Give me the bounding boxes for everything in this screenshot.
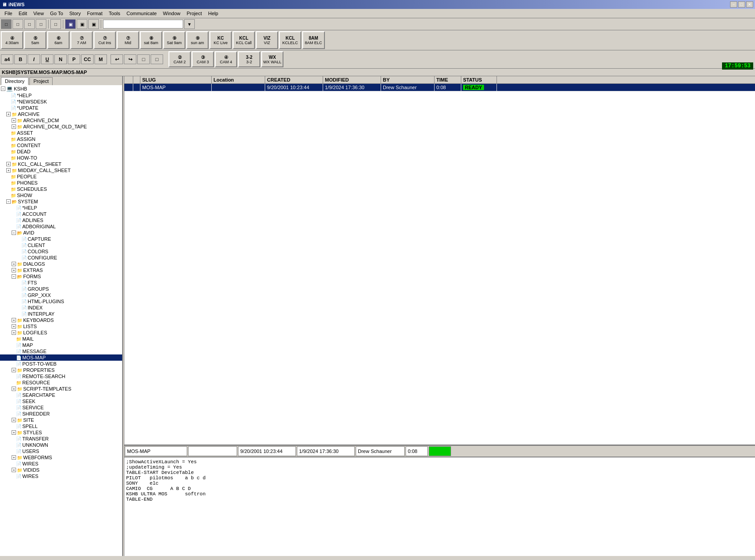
search-input[interactable] <box>103 20 183 29</box>
channel-sunam[interactable]: ⑨ sun am <box>186 31 209 49</box>
tree-item-system[interactable]: − 📂 SYSTEM <box>0 198 122 205</box>
tree-item-wires2[interactable]: 📄 WIRES <box>0 473 122 479</box>
expand-archive[interactable]: + <box>6 112 11 116</box>
tree-item-dead[interactable]: 📁 DEAD <box>0 148 122 155</box>
close-button[interactable]: ✕ <box>746 1 753 8</box>
format-m[interactable]: M <box>94 54 107 64</box>
menu-view[interactable]: View <box>31 10 47 17</box>
tree-item-newsdesk[interactable]: 📄 *NEWSDESK <box>0 99 122 105</box>
table-row[interactable]: MOS-MAP 9/20/2001 10:23:44 1/9/2024 17:3… <box>124 84 755 91</box>
format-undo[interactable]: ↩ <box>111 54 123 64</box>
menu-file[interactable]: File <box>2 10 15 17</box>
tree-item-asset[interactable]: 📁 ASSET <box>0 130 122 136</box>
tree-item-fts[interactable]: 📄 FTS <box>0 280 122 286</box>
tree-item-colors[interactable]: 📄 COLORS <box>0 248 122 255</box>
expand-kshb[interactable]: − <box>1 86 5 91</box>
tree-item-update[interactable]: 📄 *UPDATE <box>0 105 122 111</box>
tree-item-forms[interactable]: − 📂 FORMS <box>0 273 122 280</box>
tree-item-index[interactable]: 📄 INDEX <box>0 305 122 311</box>
toolbar-btn-8[interactable]: ▣ <box>88 19 99 29</box>
channel-7am[interactable]: ⑦ 7 AM <box>70 31 93 49</box>
tree-item-script-templates[interactable]: + 📁 SCRIPT-TEMPLATES <box>0 386 122 392</box>
tree-item-archive-dcm[interactable]: + 📁 ARCHIVE_DCM <box>0 117 122 124</box>
tree-item-styles[interactable]: + 📁 STYLES <box>0 429 122 436</box>
expand-archive-dcm[interactable]: + <box>12 118 16 123</box>
expand-site[interactable]: + <box>12 418 16 422</box>
expand-webforms[interactable]: + <box>12 455 16 460</box>
tree-item-groups[interactable]: 📄 GROUPS <box>0 286 122 292</box>
expand-vidids[interactable]: + <box>12 468 16 472</box>
tree-item-archive[interactable]: + 📁 ARCHIVE <box>0 111 122 117</box>
menu-edit[interactable]: Edit <box>16 10 30 17</box>
format-italic[interactable]: I <box>28 54 40 64</box>
tree-item-keyboards[interactable]: + 📁 KEYBOARDS <box>0 317 122 323</box>
tree-item-wires1[interactable]: 📄 WIRES <box>0 461 122 467</box>
text-content-area[interactable]: ;ShowActiveXLaunch = Yes ;updateTiming =… <box>124 457 755 556</box>
expand-kcl-call-sheet[interactable]: + <box>6 162 11 166</box>
expand-keyboards[interactable]: + <box>12 318 16 322</box>
toolbar-btn-7[interactable]: ▣ <box>77 19 87 29</box>
channel-6am[interactable]: ⑥ 6am <box>47 31 70 49</box>
tree-item-remote-search[interactable]: 📄 REMOTE-SEARCH <box>0 373 122 379</box>
toolbar-btn-4[interactable]: □ <box>36 19 46 29</box>
tree-item-unknown[interactable]: 📄 UNKNOWN <box>0 442 122 448</box>
tree-item-adboriginal[interactable]: 📄 ADBORIGINAL <box>0 223 122 230</box>
format-btn2[interactable]: □ <box>151 54 163 64</box>
expand-lists[interactable]: + <box>12 324 16 329</box>
format-a4[interactable]: a4 <box>1 54 13 64</box>
col-header-by[interactable]: BY <box>381 76 435 83</box>
cam4-button[interactable]: ④ CAM 4 <box>215 51 237 67</box>
tree-item-kcl-call-sheet[interactable]: + 📁 KCL_CALL_SHEET <box>0 161 122 167</box>
menu-project[interactable]: Project <box>184 10 205 17</box>
search-dropdown[interactable]: ▼ <box>184 19 195 29</box>
tree-item-grp-xxx[interactable]: 📄 GRP_XXX <box>0 292 122 298</box>
expand-extras[interactable]: + <box>12 268 16 272</box>
channel-kclcall[interactable]: KCL KCL Call <box>233 31 255 49</box>
expand-midday-call-sheet[interactable]: + <box>6 168 11 173</box>
tree-item-capture[interactable]: 📄 CAPTURE <box>0 236 122 242</box>
col-header-time[interactable]: TIME <box>435 76 461 83</box>
expand-properties[interactable]: + <box>12 368 16 372</box>
toolbar-btn-5[interactable]: □ <box>50 19 61 29</box>
expand-forms[interactable]: − <box>12 274 16 279</box>
expand-logfiles[interactable]: + <box>12 330 16 335</box>
tree-item-transfer[interactable]: 📄 TRANSFER <box>0 436 122 442</box>
menu-communicate[interactable]: Communicate <box>124 10 160 17</box>
col-header-slug[interactable]: SLUG <box>140 76 212 83</box>
col-header-created[interactable]: CREATED <box>265 76 323 83</box>
cam2-button[interactable]: ② CAM 2 <box>168 51 191 67</box>
tree-item-archive-dcm-old[interactable]: + 📁 ARCHIVE_DCM_OLD_TAPE <box>0 124 122 130</box>
menu-story[interactable]: Story <box>67 10 84 17</box>
channel-cutins[interactable]: ⑦ Cut Ins <box>94 31 116 49</box>
tree-item-properties[interactable]: + 📁 PROPERTIES <box>0 367 122 373</box>
tree-item-map[interactable]: 📄 MAP <box>0 342 122 348</box>
tree-item-assign[interactable]: 📁 ASSIGN <box>0 136 122 142</box>
expand-dialogs[interactable]: + <box>12 262 16 266</box>
channel-kclive[interactable]: KC KC Live <box>209 31 232 49</box>
tree-item-midday-call-sheet[interactable]: + 📁 MIDDAY_CALL_SHEET <box>0 167 122 173</box>
format-redo[interactable]: ↪ <box>124 54 136 64</box>
tree-item-mos-map[interactable]: 📄 MOS-MAP <box>0 354 122 361</box>
col-header-status[interactable]: STATUS <box>461 76 497 83</box>
tree-item-vidids[interactable]: + 📁 VIDIDS <box>0 467 122 473</box>
expand-archive-dcm-old[interactable]: + <box>12 124 16 129</box>
tree-item-interplay[interactable]: 📄 INTERPLAY <box>0 311 122 317</box>
channel-viz[interactable]: VIZ VIZ <box>256 31 278 49</box>
tab-project[interactable]: Project <box>29 77 53 85</box>
toolbar-btn-2[interactable]: □ <box>12 19 23 29</box>
toolbar-btn-6[interactable]: ▣ <box>65 19 76 29</box>
channel-sat9am[interactable]: ⑨ Sat 9am <box>163 31 185 49</box>
channel-5am[interactable]: ⑤ 5am <box>24 31 46 49</box>
cam32-button[interactable]: 3-2 3-2 <box>238 51 260 67</box>
tree-item-kshb[interactable]: − 💻 KSHB <box>0 85 122 92</box>
cam3-button[interactable]: ③ CAM 3 <box>192 51 214 67</box>
tree-item-people[interactable]: 📁 PEOPLE <box>0 173 122 180</box>
col-header-modified[interactable]: MODIFIED <box>323 76 381 83</box>
tree-item-client[interactable]: 📄 CLIENT <box>0 242 122 248</box>
format-underline[interactable]: U <box>41 54 53 64</box>
tree-item-webforms[interactable]: + 📁 WEBFORMS <box>0 454 122 461</box>
channel-8amelc[interactable]: 8AM 8AM ELC <box>302 31 325 49</box>
toolbar-btn-1[interactable]: □ <box>1 19 12 29</box>
menu-goto[interactable]: Go To <box>47 10 66 17</box>
tree-item-help1[interactable]: 📄 *HELP <box>0 92 122 99</box>
